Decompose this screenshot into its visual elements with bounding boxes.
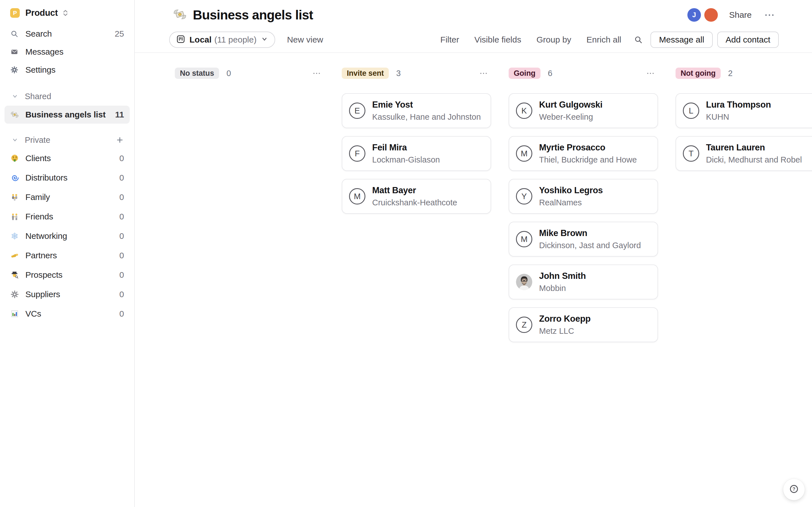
search-icon[interactable] (634, 36, 643, 44)
column-header: Not going2 (675, 68, 812, 79)
share-button[interactable]: Share (729, 10, 752, 20)
list-count: 0 (119, 251, 124, 260)
toolbar-action-filter[interactable]: Filter (441, 35, 459, 45)
toolbar-action-group-by[interactable]: Group by (537, 35, 571, 45)
toolbar-action-enrich-all[interactable]: Enrich all (587, 35, 621, 45)
main-content: Business angels list J Share Local (11 p… (135, 0, 812, 507)
contact-card[interactable]: ZZorro KoeppMetz LLC (509, 307, 658, 342)
section-header-shared[interactable]: Shared (0, 89, 134, 104)
add-contact-button[interactable]: Add contact (717, 32, 779, 48)
contact-card[interactable]: FFeil MiraLockman-Gislason (342, 136, 491, 171)
bar-chart-icon (10, 309, 19, 318)
contact-company: Lockman-Gislason (372, 155, 440, 165)
column-header: No status0 (175, 68, 324, 79)
contact-initial-avatar: E (349, 103, 365, 119)
list-count: 0 (119, 270, 124, 280)
column-status-badge: No status (175, 68, 219, 79)
contact-text: Zorro KoeppMetz LLC (539, 314, 591, 336)
contact-company: KUHN (706, 112, 771, 122)
chevron-down-icon (261, 36, 268, 44)
gear-emoji-icon (10, 290, 19, 299)
sidebar-list-family[interactable]: Family0 (4, 188, 130, 206)
sidebar-item-settings[interactable]: Settings (0, 61, 134, 79)
sidebar-list-business-angels-list[interactable]: Business angels list11 (4, 106, 130, 124)
list-count: 0 (119, 154, 124, 163)
column-count: 0 (226, 69, 231, 78)
contact-text: Kurt GulgowskiWeber-Keeling (539, 100, 603, 122)
view-selector-button[interactable]: Local (11 people) (169, 32, 275, 48)
contact-company: Metz LLC (539, 327, 591, 336)
sidebar: P Product Search25MessagesSettings Share… (0, 0, 135, 507)
contact-name: John Smith (539, 271, 586, 281)
sidebar-list-distributors[interactable]: Distributors0 (4, 169, 130, 187)
column-count: 2 (728, 69, 732, 78)
column-count: 6 (548, 69, 552, 78)
contact-initial-avatar: M (516, 145, 532, 162)
message-all-button[interactable]: Message all (651, 32, 712, 48)
contact-card[interactable]: John SmithMobbin (509, 265, 658, 299)
contact-card[interactable]: EEmie YostKassulke, Hane and Johnston (342, 93, 491, 128)
add-list-icon[interactable] (116, 136, 123, 144)
envelope-icon (10, 48, 18, 56)
list-label: Prospects (26, 270, 63, 280)
contact-card[interactable]: KKurt GulgowskiWeber-Keeling (509, 93, 658, 128)
section-header-private[interactable]: Private (0, 132, 134, 148)
contact-text: Mike BrownDickinson, Jast and Gaylord (539, 228, 641, 250)
contact-name: Matt Bayer (372, 185, 457, 195)
sidebar-item-search[interactable]: Search25 (0, 25, 134, 43)
help-button[interactable]: ? (783, 479, 805, 500)
sidebar-list-clients[interactable]: $$Clients0 (4, 149, 130, 167)
column-menu-icon[interactable] (647, 72, 654, 75)
contact-card[interactable]: MMatt BayerCruickshank-Heathcote (342, 179, 491, 214)
sidebar-item-messages[interactable]: Messages (0, 43, 134, 61)
list-count: 0 (119, 212, 124, 221)
contact-company: Dickinson, Jast and Gaylord (539, 241, 641, 250)
contact-name: Zorro Koepp (539, 314, 591, 324)
contact-name: Feil Mira (372, 143, 440, 153)
contact-text: Emie YostKassulke, Hane and Johnston (372, 100, 481, 122)
contact-initial-avatar: Z (516, 317, 532, 333)
sidebar-list-partners[interactable]: Partners0 (4, 246, 130, 265)
sidebar-list-friends[interactable]: Friends0 (4, 208, 130, 226)
contact-card[interactable]: YYoshiko LegrosRealNames (509, 179, 658, 214)
detective-icon (10, 270, 19, 279)
column-menu-icon[interactable] (313, 72, 320, 75)
contact-company: Thiel, Buckridge and Howe (539, 155, 637, 165)
sidebar-list-networking[interactable]: Networking0 (4, 227, 130, 245)
more-options-icon[interactable] (765, 13, 774, 17)
list-count: 0 (119, 192, 124, 202)
list-label: Family (26, 192, 50, 202)
contact-initial-avatar: L (683, 103, 699, 119)
toolbar-action-visible-fields[interactable]: Visible fields (474, 35, 521, 45)
contact-initial-avatar: K (516, 103, 532, 119)
contact-text: Yoshiko LegrosRealNames (539, 185, 603, 207)
contact-company: Mobbin (539, 284, 586, 293)
sidebar-list-vcs[interactable]: VCs0 (4, 305, 130, 323)
contact-card[interactable]: MMyrtie ProsaccoThiel, Buckridge and How… (509, 136, 658, 171)
sidebar-item-label: Settings (26, 65, 56, 75)
contact-card[interactable]: MMike BrownDickinson, Jast and Gaylord (509, 222, 658, 257)
workspace-switcher[interactable]: P Product (0, 5, 134, 21)
workspace-avatar: P (10, 8, 20, 18)
contact-card[interactable]: TTauren LaurenDicki, Medhurst and Robel (675, 136, 812, 171)
board-column-not-going: Not going2LLura ThompsonKUHNTTauren Laur… (675, 68, 812, 171)
people-holding-hands-icon (10, 212, 19, 221)
list-count: 0 (119, 231, 124, 241)
section-items: $$Clients0Distributors0Family0Friends0Ne… (0, 149, 134, 323)
sidebar-list-prospects[interactable]: Prospects0 (4, 266, 130, 284)
board-column-no-status: No status0 (175, 68, 324, 93)
new-view-button[interactable]: New view (287, 35, 323, 45)
contact-card[interactable]: LLura ThompsonKUHN (675, 93, 812, 128)
collaborator-avatar[interactable] (704, 8, 718, 22)
contact-company: Dicki, Medhurst and Robel (706, 155, 802, 165)
page-header: Business angels list J Share (135, 0, 812, 30)
list-label: Networking (26, 231, 67, 241)
column-cards: LLura ThompsonKUHNTTauren LaurenDicki, M… (675, 93, 812, 171)
collaborator-avatar[interactable]: J (688, 8, 701, 22)
list-count: 0 (119, 173, 124, 182)
column-menu-icon[interactable] (480, 72, 487, 75)
sidebar-list-suppliers[interactable]: Suppliers0 (4, 285, 130, 303)
page-title-wrap: Business angels list (173, 7, 313, 22)
contact-text: Lura ThompsonKUHN (706, 100, 771, 122)
question-mark-icon: ? (789, 484, 799, 495)
